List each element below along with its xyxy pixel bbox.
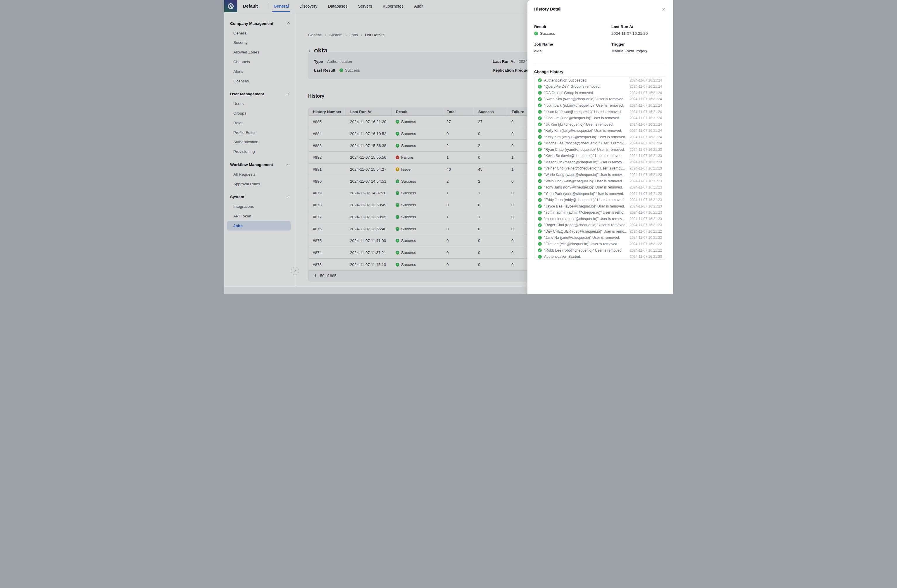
change-history-entry: "Robb Lee (robb@chequer.io)" User is rem… [534, 247, 666, 254]
change-message: "Robb Lee (robb@chequer.io)" User is rem… [544, 248, 627, 252]
success-icon [538, 85, 542, 89]
change-history-entry: "Ryan Chae (ryan@chequer.io)" User is re… [534, 147, 666, 153]
change-history-entry: "Ella Lee (ella@chequer.io)" User is rem… [534, 241, 666, 247]
change-timestamp: 2024-11-07 16:21:22 [629, 242, 662, 246]
change-message: "Veiner Cho (veiner@chequer.io)" User is… [544, 166, 627, 170]
change-message: "Zino Lim (zino@chequer.io)" User is rem… [544, 116, 627, 120]
change-history-entry: "QA Group" Group is removed. 2024-11-07 … [534, 90, 666, 96]
change-timestamp: 2024-11-07 16:21:22 [629, 229, 662, 234]
drawer-divider [534, 65, 666, 65]
change-timestamp: 2024-11-07 16:21:23 [629, 204, 662, 208]
change-message: "Ella Lee (ella@chequer.io)" User is rem… [544, 242, 627, 246]
change-history-entry: "Kevin So (kevin@chequer.io)" User is re… [534, 153, 666, 159]
success-icon [538, 173, 542, 177]
success-icon [538, 242, 542, 246]
change-history-entry: "Mocha Lee (mocha@chequer.io)" User is r… [534, 140, 666, 147]
change-message: "Issac Ko (issac@chequer.io)" User is re… [544, 110, 627, 114]
change-history-entry: "Dev CHEQUER (dev@chequer.io)" User is r… [534, 228, 666, 235]
change-timestamp: 2024-11-07 16:21:23 [629, 198, 662, 202]
drawer-header: History Detail ✕ [534, 5, 666, 13]
change-timestamp: 2024-11-07 16:21:23 [629, 223, 662, 227]
field-value: okta [534, 49, 611, 53]
success-icon [538, 78, 542, 82]
success-icon [538, 116, 542, 120]
success-icon [538, 104, 542, 107]
change-history-entry: "robin park (robin@chequer.io)" User is … [534, 102, 666, 109]
success-icon [538, 91, 542, 95]
change-timestamp: 2024-11-07 16:21:23 [629, 160, 662, 164]
change-timestamp: 2024-11-07 16:21:22 [629, 248, 662, 252]
success-icon [538, 110, 542, 114]
change-message: "Swan Kim (swan@chequer.io)" User is rem… [544, 97, 627, 101]
change-timestamp: 2024-11-07 16:21:24 [629, 91, 662, 95]
change-history-entry: "JK Kim (jk@chequer.io)" User is removed… [534, 121, 666, 128]
change-timestamp: 2024-11-07 16:21:22 [629, 235, 662, 240]
change-timestamp: 2024-11-07 16:21:20 [629, 255, 662, 259]
success-icon [538, 211, 542, 214]
change-history-entry: "Issac Ko (issac@chequer.io)" User is re… [534, 109, 666, 115]
change-message: "QueryPie Dev" Group is removed. [544, 84, 627, 89]
change-timestamp: 2024-11-07 16:21:23 [629, 154, 662, 158]
change-history-entry: "Wein Cho (wein@chequer.io)" User is rem… [534, 178, 666, 185]
change-message: "Ryan Chae (ryan@chequer.io)" User is re… [544, 148, 627, 152]
change-history-list[interactable]: Authentication Succeeded 2024-11-07 16:2… [534, 76, 666, 260]
change-message: "Jane Na (jane@chequer.io)" User is remo… [544, 235, 627, 240]
change-message: "admin admin (admin@chequer.io)" User is… [544, 211, 627, 214]
change-history-entry: "elena elena (elena@chequer.io)" User is… [534, 216, 666, 222]
change-timestamp: 2024-11-07 16:21:23 [629, 179, 662, 183]
change-timestamp: 2024-11-07 16:21:24 [629, 78, 662, 82]
change-message: "Yoon Park (yoon@chequer.io)" User is re… [544, 192, 627, 196]
change-history-entry: "Roger Choi (roger@chequer.io)" User is … [534, 222, 666, 229]
change-timestamp: 2024-11-07 16:21:24 [629, 97, 662, 101]
change-message: "Eddy Jeon (eddy@chequer.io)" User is re… [544, 198, 627, 202]
change-timestamp: 2024-11-07 16:21:24 [629, 122, 662, 127]
change-message: "Roger Choi (roger@chequer.io)" User is … [544, 223, 627, 227]
success-icon [534, 32, 538, 35]
change-message: "Wade Kang (wade@chequer.io)" User is re… [544, 173, 627, 177]
success-icon [538, 179, 542, 183]
success-icon [538, 142, 542, 145]
change-history-entry: "QueryPie Dev" Group is removed. 2024-11… [534, 84, 666, 90]
drawer-title: History Detail [534, 7, 561, 11]
field-job-name: Job Name okta [534, 42, 611, 53]
field-result: Result Success [534, 24, 611, 36]
change-timestamp: 2024-11-07 16:21:23 [629, 217, 662, 221]
change-history-entry: "Kelly Kim (kelly+2@chequer.io)" User is… [534, 134, 666, 140]
drawer-fields: Result Success Last Run At 2024-11-07 16… [534, 24, 666, 53]
success-icon [538, 204, 542, 208]
change-timestamp: 2024-11-07 16:21:24 [629, 104, 662, 108]
success-icon [538, 186, 542, 189]
change-message: "Dev CHEQUER (dev@chequer.io)" User is r… [544, 229, 627, 234]
change-timestamp: 2024-11-07 16:21:24 [629, 141, 662, 145]
success-icon [538, 255, 542, 259]
success-icon [538, 166, 542, 170]
change-history-entry: "Swan Kim (swan@chequer.io)" User is rem… [534, 96, 666, 102]
change-history-entry: "Yoon Park (yoon@chequer.io)" User is re… [534, 191, 666, 197]
change-timestamp: 2024-11-07 16:21:23 [629, 211, 662, 214]
change-timestamp: 2024-11-07 16:21:23 [629, 192, 662, 196]
change-history-entry: "Tony Jang (tony@cheuqer.io)" User is re… [534, 184, 666, 191]
change-history-entry: "admin admin (admin@chequer.io)" User is… [534, 209, 666, 216]
change-timestamp: 2024-11-07 16:21:24 [629, 135, 662, 139]
change-timestamp: 2024-11-07 16:21:23 [629, 185, 662, 189]
success-icon [538, 217, 542, 221]
close-icon[interactable]: ✕ [661, 6, 666, 12]
change-timestamp: 2024-11-07 16:21:24 [629, 84, 662, 89]
field-label: Result [534, 24, 611, 29]
change-message: "Kelly Kim (kelly+2@chequer.io)" User is… [544, 135, 627, 139]
change-message: Authentication Started. [544, 255, 627, 259]
field-trigger: Trigger Manual (okta_roger) [611, 42, 666, 53]
change-history-heading: Change History [534, 70, 563, 74]
change-history-entry: "Kelly Kim (kelly@chequer.io)" User is r… [534, 127, 666, 134]
field-value: 2024-11-07 16:21:20 [611, 31, 666, 36]
success-icon [538, 97, 542, 101]
change-timestamp: 2024-11-07 16:21:23 [629, 173, 662, 177]
success-icon [538, 154, 542, 158]
change-history-entry: "Eddy Jeon (eddy@chequer.io)" User is re… [534, 197, 666, 203]
change-message: "JK Kim (jk@chequer.io)" User is removed… [544, 122, 627, 127]
change-history-entry: "Zino Lim (zino@chequer.io)" User is rem… [534, 115, 666, 121]
change-message: "QA Group" Group is removed. [544, 91, 627, 95]
change-history-entry: "Jane Na (jane@chequer.io)" User is remo… [534, 235, 666, 241]
success-icon [538, 192, 542, 195]
change-history-entry: "Veiner Cho (veiner@chequer.io)" User is… [534, 165, 666, 172]
